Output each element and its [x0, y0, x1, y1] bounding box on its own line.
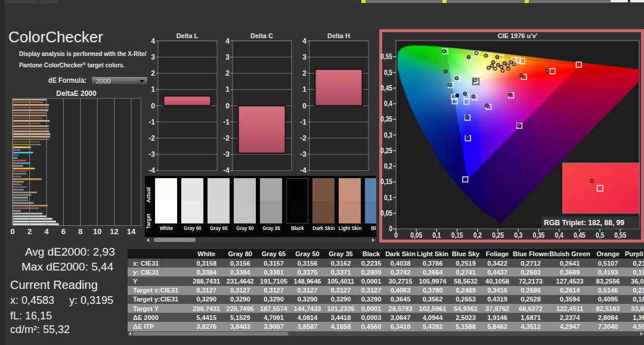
svg-text:0: 0	[394, 231, 398, 240]
svg-text:0,5: 0,5	[384, 69, 392, 77]
svg-text:0,3: 0,3	[514, 231, 522, 240]
svg-text:RGB Triplet: 182, 88, 99: RGB Triplet: 182, 88, 99	[544, 217, 624, 227]
svg-text:0,55: 0,55	[380, 52, 392, 61]
svg-text:0,2: 0,2	[384, 162, 392, 170]
svg-text:0,45: 0,45	[574, 231, 586, 240]
svg-text:0,4: 0,4	[384, 100, 392, 108]
svg-text:0,15: 0,15	[380, 178, 392, 186]
svg-text:0,4: 0,4	[555, 231, 564, 240]
svg-text:0,45: 0,45	[380, 84, 392, 92]
svg-text:0,1: 0,1	[384, 194, 392, 202]
svg-text:0,1: 0,1	[432, 231, 441, 240]
svg-text:0,5: 0,5	[596, 231, 604, 240]
svg-text:0,55: 0,55	[614, 231, 626, 240]
svg-text:0,25: 0,25	[492, 231, 504, 240]
svg-text:0,25: 0,25	[380, 147, 392, 155]
svg-text:0,2: 0,2	[473, 231, 482, 240]
svg-text:0,35: 0,35	[533, 231, 545, 240]
svg-text:0,05: 0,05	[410, 231, 422, 240]
svg-text:0,35: 0,35	[380, 115, 392, 123]
svg-text:0,15: 0,15	[451, 231, 463, 240]
svg-text:0,3: 0,3	[384, 131, 392, 139]
svg-text:0: 0	[389, 225, 392, 233]
svg-text:0,05: 0,05	[380, 209, 392, 217]
svg-text:CIE 1976 u'v': CIE 1976 u'v'	[498, 32, 538, 39]
